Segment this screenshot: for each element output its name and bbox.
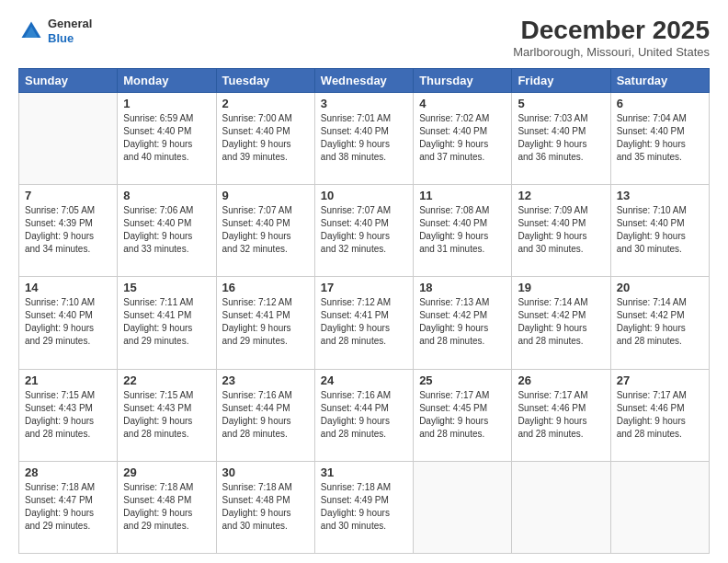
day-number: 20 [617,281,703,294]
day-info: Sunrise: 7:17 AMSunset: 4:45 PMDaylight:… [419,389,506,441]
day-info: Sunrise: 7:13 AMSunset: 4:42 PMDaylight:… [419,296,506,348]
day-info: Sunrise: 7:00 AMSunset: 4:40 PMDaylight:… [222,112,309,164]
day-info: Sunrise: 7:16 AMSunset: 4:44 PMDaylight:… [321,389,407,441]
day-info: Sunrise: 7:01 AMSunset: 4:40 PMDaylight:… [321,112,407,164]
day-cell-5: 5Sunrise: 7:03 AMSunset: 4:40 PMDaylight… [512,92,610,184]
day-number: 19 [518,281,604,294]
day-number: 6 [617,97,703,110]
day-cell-3: 3Sunrise: 7:01 AMSunset: 4:40 PMDaylight… [314,92,413,184]
day-info: Sunrise: 7:07 AMSunset: 4:40 PMDaylight:… [321,204,407,256]
weekday-header-row: SundayMondayTuesdayWednesdayThursdayFrid… [19,68,710,92]
day-number: 15 [123,281,210,294]
day-cell-12: 12Sunrise: 7:09 AMSunset: 4:40 PMDayligh… [512,185,610,277]
day-cell-11: 11Sunrise: 7:08 AMSunset: 4:40 PMDayligh… [414,185,512,277]
day-info: Sunrise: 7:18 AMSunset: 4:48 PMDaylight:… [222,481,309,533]
day-number: 22 [123,373,210,387]
week-row-3: 21Sunrise: 7:15 AMSunset: 4:43 PMDayligh… [19,369,710,461]
day-number: 13 [617,189,703,202]
day-number: 12 [518,189,604,202]
day-cell-23: 23Sunrise: 7:16 AMSunset: 4:44 PMDayligh… [216,369,314,461]
title-block: December 2025 Marlborough, Missouri, Uni… [513,17,710,59]
day-number: 3 [321,97,407,110]
day-cell-empty [512,461,610,553]
day-info: Sunrise: 7:08 AMSunset: 4:40 PMDaylight:… [419,204,506,256]
day-cell-7: 7Sunrise: 7:05 AMSunset: 4:39 PMDaylight… [19,185,118,277]
logo-general: General [48,17,92,30]
day-number: 24 [321,373,407,387]
weekday-header-wednesday: Wednesday [314,68,413,92]
day-info: Sunrise: 7:02 AMSunset: 4:40 PMDaylight:… [419,112,506,164]
weekday-header-monday: Monday [118,68,216,92]
day-info: Sunrise: 7:11 AMSunset: 4:41 PMDaylight:… [123,296,210,348]
weekday-header-friday: Friday [512,68,610,92]
day-number: 21 [25,373,111,387]
weekday-header-thursday: Thursday [414,68,512,92]
day-cell-13: 13Sunrise: 7:10 AMSunset: 4:40 PMDayligh… [610,185,709,277]
day-info: Sunrise: 7:10 AMSunset: 4:40 PMDaylight:… [617,204,703,256]
day-cell-21: 21Sunrise: 7:15 AMSunset: 4:43 PMDayligh… [19,369,118,461]
logo-icon [18,18,44,44]
day-cell-1: 1Sunrise: 6:59 AMSunset: 4:40 PMDaylight… [118,92,216,184]
day-info: Sunrise: 7:15 AMSunset: 4:43 PMDaylight:… [25,389,111,441]
day-cell-24: 24Sunrise: 7:16 AMSunset: 4:44 PMDayligh… [314,369,413,461]
weekday-header-sunday: Sunday [19,68,118,92]
day-info: Sunrise: 7:09 AMSunset: 4:40 PMDaylight:… [518,204,604,256]
day-cell-10: 10Sunrise: 7:07 AMSunset: 4:40 PMDayligh… [314,185,413,277]
day-cell-4: 4Sunrise: 7:02 AMSunset: 4:40 PMDaylight… [414,92,512,184]
day-number: 31 [321,465,407,479]
day-number: 18 [419,281,506,294]
day-info: Sunrise: 6:59 AMSunset: 4:40 PMDaylight:… [123,112,210,164]
day-info: Sunrise: 7:15 AMSunset: 4:43 PMDaylight:… [123,389,210,441]
calendar-table: SundayMondayTuesdayWednesdayThursdayFrid… [18,68,710,554]
day-info: Sunrise: 7:04 AMSunset: 4:40 PMDaylight:… [617,112,703,164]
day-number: 28 [25,465,111,479]
day-number: 5 [518,97,604,110]
location: Marlborough, Missouri, United States [513,45,710,59]
day-cell-14: 14Sunrise: 7:10 AMSunset: 4:40 PMDayligh… [19,277,118,369]
day-number: 7 [25,189,111,202]
day-info: Sunrise: 7:03 AMSunset: 4:40 PMDaylight:… [518,112,604,164]
day-cell-16: 16Sunrise: 7:12 AMSunset: 4:41 PMDayligh… [216,277,314,369]
day-number: 25 [419,373,506,387]
day-cell-17: 17Sunrise: 7:12 AMSunset: 4:41 PMDayligh… [314,277,413,369]
week-row-2: 14Sunrise: 7:10 AMSunset: 4:40 PMDayligh… [19,277,710,369]
logo-blue: Blue [48,31,74,45]
logo: General Blue [18,17,92,45]
day-number: 27 [617,373,703,387]
day-info: Sunrise: 7:17 AMSunset: 4:46 PMDaylight:… [617,389,703,441]
day-cell-29: 29Sunrise: 7:18 AMSunset: 4:48 PMDayligh… [118,461,216,553]
day-cell-15: 15Sunrise: 7:11 AMSunset: 4:41 PMDayligh… [118,277,216,369]
day-cell-25: 25Sunrise: 7:17 AMSunset: 4:45 PMDayligh… [414,369,512,461]
day-info: Sunrise: 7:06 AMSunset: 4:40 PMDaylight:… [123,204,210,256]
day-cell-28: 28Sunrise: 7:18 AMSunset: 4:47 PMDayligh… [19,461,118,553]
day-info: Sunrise: 7:05 AMSunset: 4:39 PMDaylight:… [25,204,111,256]
header: General Blue December 2025 Marlborough, … [18,17,710,59]
week-row-1: 7Sunrise: 7:05 AMSunset: 4:39 PMDaylight… [19,185,710,277]
page: General Blue December 2025 Marlborough, … [0,0,728,563]
logo-text: General Blue [48,17,92,45]
day-number: 29 [123,465,210,479]
week-row-4: 28Sunrise: 7:18 AMSunset: 4:47 PMDayligh… [19,461,710,553]
day-cell-6: 6Sunrise: 7:04 AMSunset: 4:40 PMDaylight… [610,92,709,184]
day-cell-31: 31Sunrise: 7:18 AMSunset: 4:49 PMDayligh… [314,461,413,553]
day-info: Sunrise: 7:18 AMSunset: 4:49 PMDaylight:… [321,481,407,533]
day-cell-empty [610,461,709,553]
day-info: Sunrise: 7:12 AMSunset: 4:41 PMDaylight:… [222,296,309,348]
day-number: 8 [123,189,210,202]
day-cell-19: 19Sunrise: 7:14 AMSunset: 4:42 PMDayligh… [512,277,610,369]
day-number: 4 [419,97,506,110]
day-number: 16 [222,281,309,294]
day-number: 1 [123,97,210,110]
day-cell-empty [19,92,118,184]
day-number: 11 [419,189,506,202]
day-info: Sunrise: 7:17 AMSunset: 4:46 PMDaylight:… [518,389,604,441]
day-cell-8: 8Sunrise: 7:06 AMSunset: 4:40 PMDaylight… [118,185,216,277]
day-cell-20: 20Sunrise: 7:14 AMSunset: 4:42 PMDayligh… [610,277,709,369]
day-cell-22: 22Sunrise: 7:15 AMSunset: 4:43 PMDayligh… [118,369,216,461]
day-info: Sunrise: 7:07 AMSunset: 4:40 PMDaylight:… [222,204,309,256]
day-number: 30 [222,465,309,479]
month-title: December 2025 [513,17,710,45]
day-info: Sunrise: 7:10 AMSunset: 4:40 PMDaylight:… [25,296,111,348]
day-cell-26: 26Sunrise: 7:17 AMSunset: 4:46 PMDayligh… [512,369,610,461]
day-number: 23 [222,373,309,387]
